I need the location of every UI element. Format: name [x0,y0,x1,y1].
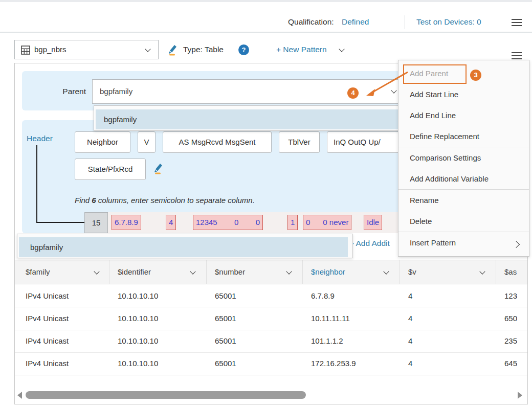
header-box-inq-outq[interactable]: InQ OutQ Up/ [327,131,405,153]
cell-v: 4 [408,291,412,300]
cell-neighbor: 172.16.253.9 [311,359,356,368]
help-icon[interactable]: ? [238,44,249,55]
cell-number: 65001 [215,291,236,300]
scroll-right-arrow-icon[interactable] [518,392,522,399]
cell-as: 235 [504,336,517,345]
connector-horizontal-line [36,222,84,223]
column-header-family[interactable]: $family [26,260,50,284]
column-separator [496,260,496,284]
chevron-down-icon [145,46,150,52]
row-divider [15,352,527,353]
column-separator [302,260,303,284]
column-header-number[interactable]: $number [215,260,245,284]
sample-line-number: 15 [84,212,108,233]
bottom-dropdown-item-bgpfamily[interactable]: bgpfamily [19,237,348,257]
topbar-divider [405,15,405,29]
column-header-identifier[interactable]: $identifier [118,260,151,284]
parent-select-value: bgpfamily [100,87,132,96]
column-header-neighbor[interactable]: $neighbor [311,260,345,284]
annotation-badge-4: 4 [347,87,359,99]
cell-v: 4 [408,314,412,323]
qualification-value-link[interactable]: Defined [342,17,369,27]
new-pattern-chevron-icon[interactable] [339,46,344,52]
parent-label: Parent [50,87,86,96]
cell-v: 4 [408,359,412,368]
sample-token-inq-outq[interactable]: 0 0 never [303,215,351,230]
annotation-arrow [358,66,414,102]
menu-item-comparison-settings[interactable]: Comparison Settings [398,147,529,168]
header-box-as-msgrcvd-msgsent[interactable]: AS MsgRcvd MsgSent [163,131,272,153]
cell-neighbor: 10.11.11.11 [311,314,350,323]
new-pattern-button[interactable]: + New Pattern [276,45,327,54]
cell-identifier: 10.10.10.10 [118,359,158,368]
connector-vertical-line [36,145,37,223]
hint-suffix: columns, enter semicolon to separate col… [96,196,255,205]
sample-token-as-msgs[interactable]: 12345 0 0 [193,215,263,230]
header-box-state-pfxrcd[interactable]: State/PfxRcd [75,159,146,180]
cell-neighbor: 101.1.1.2 [311,336,343,345]
context-menu: Add Parent Add Start Line Add End Line D… [398,60,529,257]
column-separator [109,260,109,284]
menu-item-define-replacement[interactable]: Define Replacement [398,126,529,147]
cell-number: 65001 [215,336,236,345]
test-on-devices-link[interactable]: Test on Devices: 0 [416,17,481,27]
columns-hint: Find 6 columns, enter semicolon to separ… [75,196,255,205]
qualification-menu-icon[interactable] [512,19,522,26]
cell-number: 65001 [215,359,236,368]
column-header-v[interactable]: $v [408,260,416,284]
cell-identifier: 10.10.10.10 [118,291,158,300]
cell-identifier: 10.10.10.10 [118,336,158,345]
scroll-left-arrow-icon[interactable] [17,392,22,399]
top-strip [0,0,532,2]
section-divider [0,32,532,33]
cell-number: 65001 [215,314,236,323]
header-box-neighbor[interactable]: Neighbor [75,131,130,153]
edit-pattern-pencil-icon[interactable] [167,43,179,56]
pattern-select[interactable]: bgp_nbrs [14,40,159,59]
menu-item-add-start-line[interactable]: Add Start Line [398,84,529,105]
column-header-as[interactable]: $as [504,260,517,284]
cell-as: 650 [504,314,517,323]
type-label: Type: Table [183,45,224,54]
qualification-label: Qualification: [288,17,334,27]
hint-count: 6 [92,196,96,205]
pattern-select-value: bgp_nbrs [34,45,66,54]
bottom-dropdown-panel: bgpfamily [17,234,353,258]
pattern-menu-icon[interactable] [512,52,522,59]
menu-item-add-additional-variable[interactable]: Add Additional Variable [398,168,529,189]
header-box-tblver[interactable]: TblVer [279,131,320,153]
parser-pattern-screen: Qualification: Defined Test on Devices: … [0,0,532,406]
menu-item-insert-pattern[interactable]: Insert Pattern [398,232,529,253]
sample-token-tblver[interactable]: 1 [287,215,298,230]
cell-family: IPv4 Unicast [26,336,69,345]
column-separator [206,260,207,284]
menu-item-add-end-line[interactable]: Add End Line [398,105,529,126]
row-divider [15,375,527,375]
table-icon [21,46,30,56]
horizontal-scrollbar-thumb[interactable] [26,391,306,399]
header-box-v[interactable]: V [138,131,156,153]
add-additional-link[interactable]: + Add Addit [349,239,390,248]
hint-prefix: Find [75,196,92,205]
edit-header-pencil-icon[interactable] [153,162,164,174]
cell-as: 645 [504,359,517,368]
cell-neighbor: 6.7.8.9 [311,291,335,300]
header-line-label: Header [27,134,53,143]
column-separator [400,260,400,284]
sample-token-state[interactable]: Idle [364,215,382,230]
menu-item-rename[interactable]: Rename [398,190,529,211]
sample-token-neighbor[interactable]: 6.7.8.9 [112,215,141,230]
cell-family: IPv4 Unicast [26,359,69,368]
cell-as: 123 [504,291,517,300]
cell-family: IPv4 Unicast [26,314,69,323]
cell-identifier: 10.10.10.10 [118,314,158,323]
table-header-row [15,260,527,284]
cell-v: 4 [408,336,412,345]
row-divider [15,330,527,330]
cell-family: IPv4 Unicast [26,291,69,300]
annotation-badge-3: 3 [470,70,481,81]
sample-token-v[interactable]: 4 [166,215,176,230]
menu-item-delete[interactable]: Delete [398,211,529,232]
row-divider [15,307,527,307]
